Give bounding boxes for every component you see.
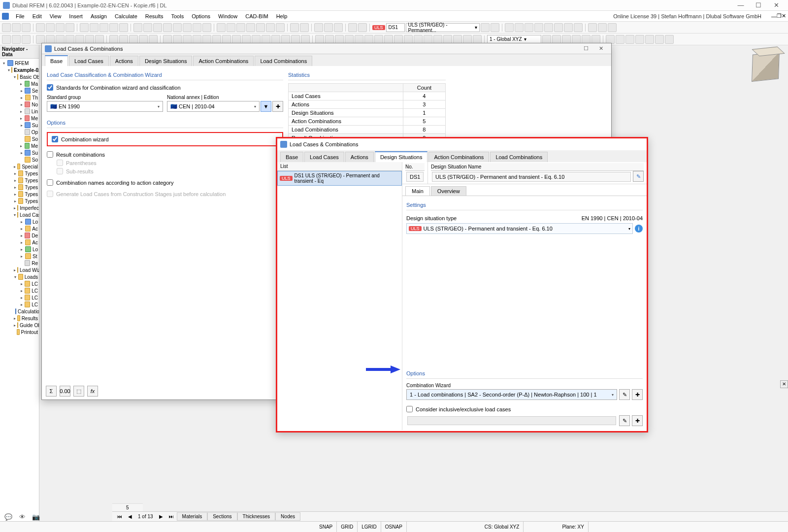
tool-icon[interactable] xyxy=(300,23,309,32)
tree-types[interactable]: ▸Types xyxy=(1,177,38,184)
lgrid-toggle[interactable]: LGRID xyxy=(358,522,381,532)
tool-icon[interactable] xyxy=(534,23,543,32)
tool-icon[interactable] xyxy=(222,35,231,44)
display-icon[interactable]: ⬚ xyxy=(73,386,84,397)
tool-icon[interactable] xyxy=(242,35,251,44)
tool-icon[interactable] xyxy=(625,35,634,44)
tab-base[interactable]: Base xyxy=(280,152,303,162)
tool-icon[interactable] xyxy=(301,35,310,44)
tool-icon[interactable] xyxy=(99,23,108,32)
tool-icon[interactable] xyxy=(266,23,275,32)
view-cube[interactable] xyxy=(747,48,784,85)
menu-assign[interactable]: Assign xyxy=(87,13,111,19)
tree-root[interactable]: ▾RFEM xyxy=(1,60,38,66)
tab-actioncomb[interactable]: Action Combinations xyxy=(193,56,254,66)
tree-item[interactable]: ▸Me xyxy=(1,115,38,122)
units-icon[interactable]: 0.00 xyxy=(60,386,70,397)
tool-icon[interactable] xyxy=(290,23,299,32)
tool-icon[interactable] xyxy=(36,35,45,44)
maximize-button[interactable]: ☐ xyxy=(750,1,767,9)
new-wizard-icon[interactable]: ✚ xyxy=(632,389,643,400)
menu-cadbim[interactable]: CAD-BIM xyxy=(241,13,272,19)
chk-result-combinations[interactable]: Result combinations xyxy=(47,150,283,159)
menu-calculate[interactable]: Calculate xyxy=(111,13,141,19)
tool-icon[interactable] xyxy=(404,35,413,44)
tool-icon[interactable] xyxy=(22,23,31,32)
tool-icon[interactable] xyxy=(334,23,343,32)
tool-icon[interactable] xyxy=(645,35,654,44)
tool-icon[interactable] xyxy=(80,23,89,32)
tool-icon[interactable] xyxy=(281,35,290,44)
prev-page-icon[interactable]: ◀ xyxy=(125,513,135,520)
tree-item[interactable]: ▸Me xyxy=(1,142,38,149)
sheet-tab-nodes[interactable]: Nodes xyxy=(275,512,300,521)
tool-icon[interactable] xyxy=(414,35,423,44)
panel-close-icon[interactable]: ✕ xyxy=(780,380,788,388)
menu-options[interactable]: Options xyxy=(188,13,214,19)
tool-icon[interactable] xyxy=(109,35,118,44)
tool-icon[interactable] xyxy=(505,23,514,32)
menu-edit[interactable]: Edit xyxy=(29,13,46,19)
sheet-tab-sections[interactable]: Sections xyxy=(207,512,237,521)
sigma-icon[interactable]: Σ xyxy=(46,386,57,397)
menu-help[interactable]: Help xyxy=(272,13,292,19)
tool-icon[interactable] xyxy=(655,35,664,44)
tool-icon[interactable] xyxy=(588,23,597,32)
tool-icon[interactable] xyxy=(143,23,152,32)
grid-toggle[interactable]: GRID xyxy=(337,522,358,532)
tool-icon[interactable] xyxy=(56,35,65,44)
tool-icon[interactable] xyxy=(348,23,357,32)
tool-icon[interactable] xyxy=(433,35,442,44)
menu-file[interactable]: File xyxy=(12,13,29,19)
tab-actioncomb[interactable]: Action Combinations xyxy=(428,152,489,162)
chk-standards[interactable]: Standards for Combination wizard and cla… xyxy=(47,83,283,92)
tool-icon[interactable] xyxy=(90,23,98,32)
tree-basic[interactable]: ▾Basic Objects xyxy=(1,73,38,80)
tool-icon[interactable] xyxy=(665,35,674,44)
tool-icon[interactable] xyxy=(129,35,138,44)
tree-item[interactable]: ▸Ac xyxy=(1,239,38,246)
comment-icon[interactable]: 💬 xyxy=(4,513,13,520)
tree-types[interactable]: ▸Types xyxy=(1,170,38,177)
tree-item[interactable]: So xyxy=(1,135,38,142)
list-item-ds1[interactable]: ULS DS1 ULS (STR/GEO) - Permanent and tr… xyxy=(277,171,402,186)
tree-item[interactable]: ▸Lo xyxy=(1,246,38,253)
tool-icon[interactable] xyxy=(515,23,524,32)
dialog-maximize[interactable]: ☐ xyxy=(579,45,593,52)
tab-actions[interactable]: Actions xyxy=(110,56,138,66)
tab-base[interactable]: Base xyxy=(45,55,68,66)
tool-icon[interactable] xyxy=(36,23,45,32)
tool-icon[interactable] xyxy=(193,23,201,32)
tool-icon[interactable] xyxy=(552,35,561,44)
tool-icon[interactable] xyxy=(173,23,182,32)
mdi-minimize-icon[interactable]: — xyxy=(771,13,777,19)
tool-icon[interactable] xyxy=(473,35,482,44)
tool-icon[interactable] xyxy=(183,23,192,32)
tool-icon[interactable] xyxy=(173,35,182,44)
menu-view[interactable]: View xyxy=(46,13,66,19)
menu-results[interactable]: Results xyxy=(141,13,167,19)
subtab-main[interactable]: Main xyxy=(405,186,430,196)
tool-icon[interactable] xyxy=(591,35,600,44)
tool-icon[interactable] xyxy=(291,35,300,44)
tree-item[interactable]: ▸Su xyxy=(1,122,38,129)
new-icon[interactable]: ✚ xyxy=(632,415,643,426)
annex-combo[interactable]: 🇪🇺 CEN | 2010-04▾ xyxy=(167,101,260,112)
edit-icon[interactable]: ✎ xyxy=(633,171,644,182)
subtab-overview[interactable]: Overview xyxy=(431,186,466,196)
tree-item[interactable]: ▸Th xyxy=(1,94,38,101)
new-icon[interactable]: ✚ xyxy=(272,101,283,112)
tool-icon[interactable] xyxy=(46,35,55,44)
tree-item[interactable]: ▸Se xyxy=(1,87,38,94)
combwiz-combo[interactable]: 1 - Load combinations | SA2 - Second-ord… xyxy=(406,389,617,400)
tree-printo[interactable]: Printout xyxy=(1,329,38,335)
tool-icon[interactable] xyxy=(364,35,373,44)
tab-loadcases[interactable]: Load Cases xyxy=(69,56,109,66)
tool-icon[interactable] xyxy=(66,35,74,44)
tool-icon[interactable] xyxy=(95,35,104,44)
tool-icon[interactable] xyxy=(2,23,11,32)
tool-icon[interactable] xyxy=(212,35,221,44)
tool-icon[interactable] xyxy=(358,23,367,32)
tool-icon[interactable] xyxy=(217,23,226,32)
menu-tools[interactable]: Tools xyxy=(167,13,188,19)
